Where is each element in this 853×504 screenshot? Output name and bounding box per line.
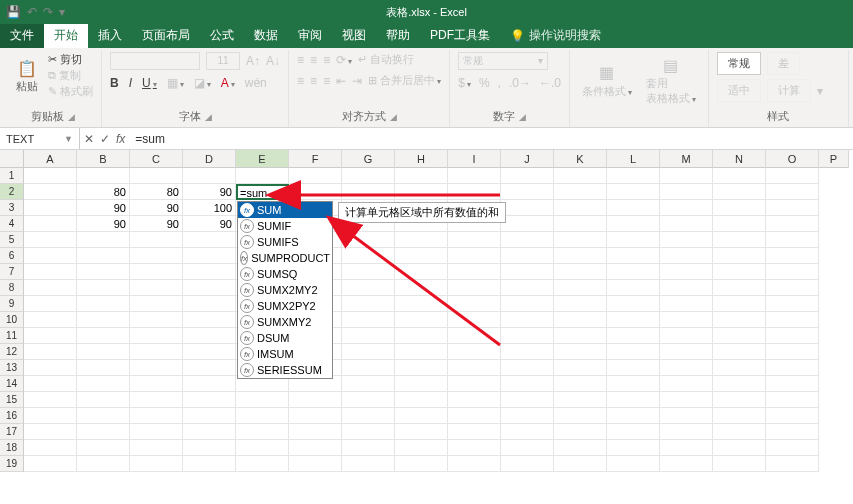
cell[interactable] [395,424,448,440]
tab-pdf[interactable]: PDF工具集 [420,23,500,48]
cell[interactable] [607,376,660,392]
row-header[interactable]: 7 [0,264,24,280]
cell[interactable] [183,232,236,248]
cell[interactable] [77,376,130,392]
cell[interactable] [130,440,183,456]
col-header-active[interactable]: E [236,150,289,168]
tab-layout[interactable]: 页面布局 [132,23,200,48]
cell[interactable] [554,200,607,216]
cell[interactable] [660,216,713,232]
cell[interactable] [660,200,713,216]
cell[interactable] [713,296,766,312]
row-header[interactable]: 8 [0,280,24,296]
cell[interactable] [554,280,607,296]
cell[interactable] [607,456,660,472]
cell[interactable] [24,312,77,328]
cell[interactable] [713,200,766,216]
cell[interactable] [660,360,713,376]
underline-button[interactable]: U [142,76,157,90]
row-header[interactable]: 5 [0,232,24,248]
fx-icon[interactable]: fx [116,132,125,146]
cell[interactable] [660,344,713,360]
cell[interactable] [183,280,236,296]
cell[interactable] [766,312,819,328]
cell[interactable] [554,456,607,472]
cell[interactable] [130,264,183,280]
tab-formulas[interactable]: 公式 [200,23,244,48]
cell[interactable] [77,360,130,376]
cell[interactable] [77,232,130,248]
cell[interactable] [766,264,819,280]
cell[interactable] [24,344,77,360]
cell[interactable] [501,344,554,360]
cell[interactable] [713,344,766,360]
cell[interactable] [395,184,448,200]
cell[interactable] [554,344,607,360]
cell[interactable] [342,344,395,360]
cell[interactable] [660,392,713,408]
cell[interactable] [501,200,554,216]
cell[interactable] [342,248,395,264]
spreadsheet[interactable]: A B C D E F G H I J K L M N O P 1 280809… [0,150,853,472]
cell[interactable] [77,328,130,344]
cell[interactable] [501,296,554,312]
cell-c4[interactable]: 90 [130,216,183,232]
cell[interactable] [713,280,766,296]
col-header[interactable]: F [289,150,342,168]
cell[interactable] [236,392,289,408]
style-normal[interactable]: 常规 [717,52,761,75]
cell[interactable] [501,312,554,328]
cell[interactable] [713,456,766,472]
cell[interactable] [660,184,713,200]
cell[interactable] [554,408,607,424]
row-header[interactable]: 4 [0,216,24,232]
cell[interactable] [395,232,448,248]
cell-d3[interactable]: 100 [183,200,236,216]
cell[interactable] [660,312,713,328]
cell[interactable] [448,296,501,312]
cell[interactable] [24,296,77,312]
cell[interactable] [766,216,819,232]
cell[interactable] [24,184,77,200]
cell[interactable] [660,440,713,456]
cell[interactable] [713,360,766,376]
cell[interactable] [713,216,766,232]
row-header[interactable]: 14 [0,376,24,392]
cell[interactable] [766,360,819,376]
tab-home[interactable]: 开始 [44,23,88,48]
cell[interactable] [607,408,660,424]
cell[interactable] [766,408,819,424]
row-header[interactable]: 3 [0,200,24,216]
select-all-corner[interactable] [0,150,24,168]
cell[interactable] [448,264,501,280]
cell-b2[interactable]: 80 [77,184,130,200]
cell[interactable] [24,376,77,392]
cell[interactable] [660,168,713,184]
cell[interactable] [130,360,183,376]
col-header[interactable]: H [395,150,448,168]
cell[interactable] [713,424,766,440]
formula-autocomplete[interactable]: fxSUM fxSUMIF fxSUMIFS fxSUMPRODUCT fxSU… [237,201,333,379]
row-header[interactable]: 15 [0,392,24,408]
cell[interactable] [183,408,236,424]
cell[interactable] [289,424,342,440]
cell[interactable] [183,360,236,376]
cell[interactable] [766,440,819,456]
cell[interactable] [77,168,130,184]
cell[interactable] [236,408,289,424]
clipboard-dialog-launcher[interactable]: ◢ [68,112,75,122]
cell[interactable] [607,328,660,344]
cell[interactable] [183,392,236,408]
cell[interactable] [713,328,766,344]
cell[interactable] [77,408,130,424]
cell[interactable] [130,408,183,424]
cell[interactable] [395,264,448,280]
cell[interactable] [448,424,501,440]
cell[interactable] [607,200,660,216]
cell[interactable] [289,184,342,200]
cell[interactable] [183,424,236,440]
col-header[interactable]: I [448,150,501,168]
cell[interactable] [24,168,77,184]
autocomplete-item[interactable]: fxSUMXMY2 [238,314,332,330]
row-header-active[interactable]: 2 [0,184,24,200]
